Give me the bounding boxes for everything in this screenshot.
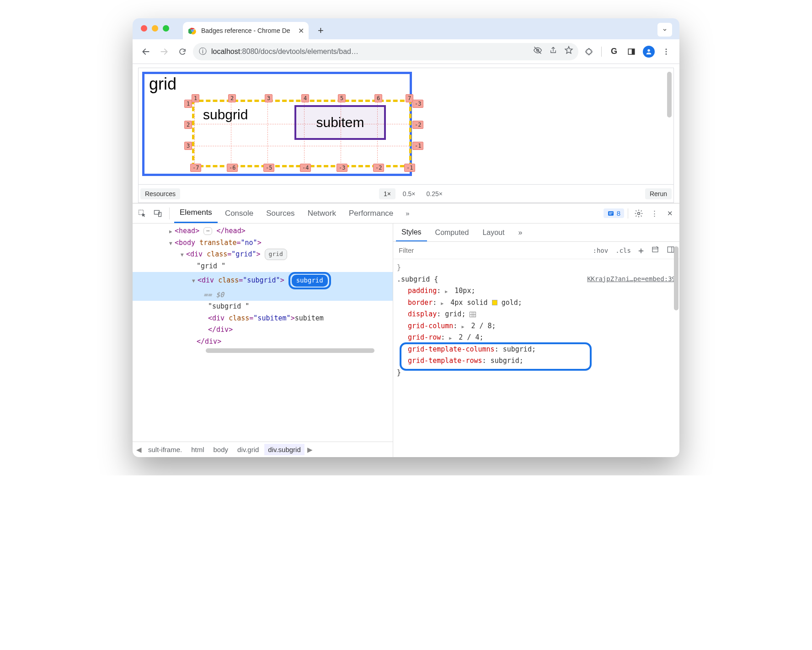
avatar-icon <box>643 46 655 58</box>
zoom-1x[interactable]: 1× <box>379 188 395 199</box>
separator <box>601 47 602 57</box>
breadcrumb-item-active[interactable]: div.subgrid <box>264 444 304 455</box>
svg-rect-6 <box>632 49 635 54</box>
zoom-025x[interactable]: 0.25× <box>422 190 446 197</box>
tab-computed[interactable]: Computed <box>430 224 475 241</box>
subgrid-badge[interactable]: subgrid <box>292 275 328 287</box>
grid-container: grid subgrid subitem 1 2 3 4 5 6 <box>142 72 412 176</box>
subitem-box: subitem <box>294 105 386 140</box>
more-tabs[interactable]: » <box>401 207 414 220</box>
subgrid-label: subgrid <box>203 107 248 123</box>
grid-tick: -2 <box>412 121 423 129</box>
reload-button[interactable] <box>175 44 190 59</box>
tab-performance[interactable]: Performance <box>343 203 399 223</box>
maximize-window-button[interactable] <box>163 25 169 32</box>
styles-filter-input[interactable] <box>395 246 588 254</box>
subgrid-badge-highlight: subgrid <box>288 272 331 289</box>
tab-layout[interactable]: Layout <box>477 224 510 241</box>
cls-toggle[interactable]: .cls <box>613 245 634 256</box>
browser-tab[interactable]: Badges reference - Chrome De ✕ <box>183 22 309 39</box>
grid-tick: -4 <box>300 164 311 172</box>
settings-button[interactable] <box>632 207 646 220</box>
site-info-icon[interactable]: ⓘ <box>196 46 209 57</box>
grid-tick: 3 <box>184 142 192 150</box>
svg-point-7 <box>647 49 650 51</box>
inspect-element-button[interactable] <box>135 207 149 220</box>
grid-tick: -3 <box>337 164 347 172</box>
tab-network[interactable]: Network <box>302 203 342 223</box>
bookmark-star-icon[interactable] <box>562 46 576 57</box>
resources-button[interactable]: Resources <box>140 188 180 199</box>
scrollbar[interactable] <box>674 246 678 310</box>
menu-button[interactable] <box>658 44 674 59</box>
svg-point-3 <box>192 30 193 32</box>
grid-tick: 1 <box>184 100 192 108</box>
grid-tick: 3 <box>265 94 272 102</box>
highlight-annotation <box>400 342 592 371</box>
styles-panel: Styles Computed Layout » :hov .cls + } .… <box>393 224 679 457</box>
source-link[interactable]: KKrajpZ?ani…pe=embed:39 <box>587 274 676 285</box>
svg-point-15 <box>638 212 640 214</box>
style-rules[interactable]: } .subgrid {KKrajpZ?ani…pe=embed:39 padd… <box>393 259 679 457</box>
content-toolbar: Resources 1× 0.5× 0.25× Rerun <box>138 185 674 203</box>
grid-editor-icon[interactable] <box>470 312 476 317</box>
grid-tick: 1 <box>192 94 199 102</box>
tab-close-button[interactable]: ✕ <box>298 27 304 35</box>
svg-rect-16 <box>652 247 658 252</box>
tab-bar: Badges reference - Chrome De ✕ + <box>133 18 679 39</box>
google-shortcut[interactable]: G <box>606 44 622 59</box>
scrollbar[interactable] <box>667 72 672 117</box>
tab-console[interactable]: Console <box>219 203 259 223</box>
device-mode-button[interactable] <box>151 207 165 220</box>
svg-point-8 <box>666 48 667 50</box>
grid-tick: -7 <box>190 164 201 172</box>
color-swatch[interactable] <box>492 300 497 305</box>
breadcrumb-next[interactable]: ▶ <box>306 446 314 454</box>
zoom-05x[interactable]: 0.5× <box>399 190 419 197</box>
selected-dom-node[interactable]: ▼<div class="subgrid"> subgrid == $0 <box>133 272 393 301</box>
breadcrumb-item[interactable]: html <box>187 444 208 455</box>
tab-styles[interactable]: Styles <box>396 224 427 241</box>
grid-tick: -1 <box>404 164 415 172</box>
computed-styles-icon[interactable] <box>648 244 662 257</box>
issues-badge[interactable]: 8 <box>604 208 624 218</box>
devtools-menu[interactable]: ⋮ <box>647 207 661 220</box>
reader-mode-icon[interactable] <box>624 44 639 59</box>
new-rule-button[interactable]: + <box>636 243 646 258</box>
chrome-icon <box>188 27 197 35</box>
grid-tick: 2 <box>184 121 192 129</box>
tab-elements[interactable]: Elements <box>174 203 218 223</box>
dom-tree[interactable]: ▶<head> ⋯ </head> ▼<body translate="no">… <box>133 224 393 442</box>
url-bar[interactable]: ⓘ localhost:8080/docs/devtools/elements/… <box>193 43 578 60</box>
scrollbar-horizontal[interactable] <box>206 348 374 353</box>
minimize-window-button[interactable] <box>152 25 158 32</box>
breadcrumb-item[interactable]: div.grid <box>234 444 262 455</box>
tab-overflow-button[interactable] <box>657 23 672 37</box>
profile-button[interactable] <box>641 44 657 59</box>
new-tab-button[interactable]: + <box>314 24 328 37</box>
grid-tick: 5 <box>338 94 346 102</box>
svg-point-9 <box>666 51 667 52</box>
styles-filter-row: :hov .cls + <box>393 242 679 259</box>
hov-toggle[interactable]: :hov <box>590 245 611 256</box>
share-icon[interactable] <box>546 46 560 57</box>
window-controls <box>141 25 169 32</box>
close-window-button[interactable] <box>141 25 147 32</box>
tab-sources[interactable]: Sources <box>261 203 300 223</box>
url-text: localhost:8080/docs/devtools/elements/ba… <box>211 48 529 56</box>
eye-off-icon[interactable] <box>531 46 545 57</box>
forward-button[interactable] <box>156 44 172 59</box>
rerun-button[interactable]: Rerun <box>645 188 672 199</box>
grid-badge[interactable]: grid <box>265 249 287 260</box>
breadcrumb-item[interactable]: body <box>210 444 232 455</box>
back-button[interactable] <box>138 44 154 59</box>
ellipsis-icon[interactable]: ⋯ <box>203 227 212 234</box>
gear-icon <box>634 209 643 218</box>
breadcrumb-item[interactable]: sult-iframe. <box>144 444 186 455</box>
breadcrumb-prev[interactable]: ◀ <box>135 446 143 454</box>
more-styles-tabs[interactable]: » <box>513 224 528 241</box>
extensions-button[interactable] <box>581 44 597 59</box>
close-devtools[interactable]: ✕ <box>663 207 677 220</box>
svg-rect-14 <box>608 211 614 215</box>
grid-tick: -6 <box>227 164 238 172</box>
